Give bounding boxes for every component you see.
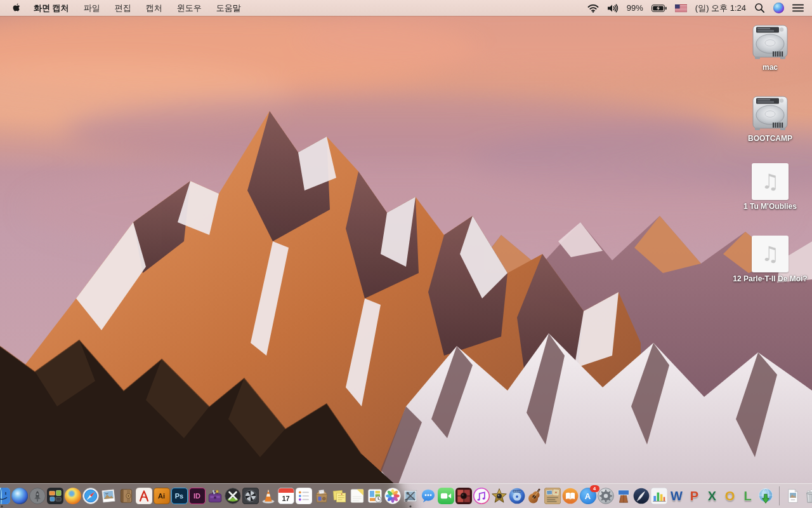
dock-acrobat-icon[interactable] [136,488,152,504]
apple-menu-icon[interactable] [13,3,22,13]
menu-file[interactable]: 파일 [84,3,100,14]
dock-outlook-icon[interactable]: O [722,488,738,504]
dock-screen-capture-icon[interactable] [402,488,419,504]
dock-word-icon[interactable]: W [669,488,685,504]
dock-idvd-icon[interactable] [509,488,525,504]
dock-lync-icon[interactable]: L [740,488,756,504]
menu-help[interactable]: 도움말 [216,3,241,14]
dock-vlc-icon[interactable] [260,488,277,504]
music-note-glyph: ♫ [761,242,780,266]
menu-clock[interactable]: (일) 오후 1:24 [695,3,746,14]
menu-edit[interactable]: 편집 [115,3,131,14]
dock-x-utility-icon[interactable] [225,488,241,504]
dock-app-store-icon[interactable]: A 4 [580,488,596,504]
dock-downloader-icon[interactable] [757,488,774,504]
dock: Ai Ps ID 17 [0,483,812,508]
indesign-letters: ID [193,492,200,500]
dock-numbers-icon[interactable] [651,488,667,504]
dock-firefox-icon[interactable] [65,488,81,504]
dock-screenshot-file-icon[interactable] [785,488,801,504]
dock-photo-booth-icon[interactable] [455,488,472,504]
word-letter: W [671,490,683,502]
dock-photoshop-icon[interactable]: Ps [171,488,188,504]
menu-capture[interactable]: 캡처 [146,3,162,14]
dock-system-preferences-icon[interactable] [598,488,614,504]
outlook-letter: O [725,490,735,502]
desktop-icon-label: mac [732,63,808,72]
music-note-glyph: ♫ [761,170,780,194]
dock-mission-control-icon[interactable] [47,488,63,504]
desktop-icon-audio-2[interactable]: ♫ 12 Parle-T-Il De Moi? [732,236,808,283]
lync-letter: L [743,490,751,502]
hard-drive-icon [732,23,808,61]
us-flag-icon[interactable] [675,4,687,12]
desktop-icon-label: BOOTCAMP [732,134,808,143]
spotlight-search-icon[interactable] [754,3,765,13]
dock-reminders-icon[interactable] [296,488,312,504]
dock-messages-icon[interactable] [420,488,436,504]
dock-facetime-icon[interactable] [438,488,454,504]
dock-finder-icon[interactable] [0,488,10,504]
calendar-day: 17 [278,493,294,504]
excel-letter: X [708,490,716,502]
dock-stickies-icon[interactable]: ■ [331,488,348,504]
menu-bar: 화면 캡처 파일 편집 캡처 윈도우 도움말 99% [0,0,812,16]
photoshop-letters: Ps [175,492,183,500]
app-store-letter: A [585,491,591,501]
siri-icon[interactable] [773,3,784,13]
battery-percent: 99% [627,3,643,13]
dock-imovie-icon[interactable] [491,488,508,504]
dock-itunes-icon[interactable] [473,488,490,504]
dock-launchpad-icon[interactable] [29,488,46,504]
dock-iweb-icon[interactable] [544,488,561,504]
active-app-menu[interactable]: 화면 캡처 [34,3,69,14]
dock-safari-icon[interactable] [82,488,99,504]
app-store-badge: 4 [590,485,599,492]
dock-fan-utility-icon[interactable] [242,488,259,504]
dock-trash-icon[interactable] [802,488,812,504]
dock-toolbox-utility-icon[interactable] [207,488,223,504]
volume-icon[interactable] [607,4,619,13]
dock-pages-icon[interactable] [633,488,650,504]
dock-keynote-icon[interactable] [615,488,632,504]
sierra-mountain-wallpaper [0,0,812,508]
svg-text:■: ■ [341,493,342,495]
illustrator-letters: Ai [158,492,165,500]
dock-powerpoint-icon[interactable]: P [686,488,703,504]
menu-window[interactable]: 윈도우 [177,3,202,14]
dock-mail-archive-box-icon[interactable] [313,488,330,504]
dock-indesign-icon[interactable]: ID [189,488,206,504]
audio-file-icon: ♫ [752,236,789,272]
dock-docs-clock-utility-icon[interactable] [367,488,383,504]
desktop-icon-mac[interactable]: mac [732,23,808,72]
dock-excel-icon[interactable]: X [704,488,721,504]
hard-drive-icon [732,94,808,132]
desktop-icon-audio-1[interactable]: ♫ 1 Tu M'Oublies [732,163,808,211]
dock-photos-icon[interactable] [384,488,401,504]
dock-calendar-icon[interactable]: 17 [278,488,294,504]
notification-center-icon[interactable] [792,4,804,12]
dock-illustrator-icon[interactable]: Ai [154,488,170,504]
dock-notes-icon[interactable] [349,488,365,504]
powerpoint-letter: P [690,490,698,502]
dock-siri-icon[interactable] [11,488,28,504]
dock-preview-icon[interactable] [100,488,117,504]
dock-ibooks-icon[interactable] [562,488,579,504]
dock-separator [779,486,780,505]
audio-file-icon: ♫ [752,163,789,200]
dock-contacts-icon[interactable] [118,488,134,504]
desktop-icon-label: 1 Tu M'Oublies [732,202,808,211]
battery-charging-icon[interactable] [652,4,667,12]
desktop-icon-label: 12 Parle-T-Il De Moi? [732,274,808,283]
wifi-icon[interactable] [587,4,599,13]
desktop-icon-bootcamp[interactable]: BOOTCAMP [732,94,808,143]
dock-garageband-icon[interactable] [527,488,543,504]
calendar-header [278,488,294,493]
